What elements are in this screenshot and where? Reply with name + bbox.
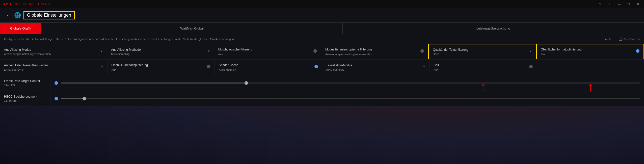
cell-tessellation-modus[interactable]: Tessellation-Modus ∨ AMD optimiert bbox=[322, 60, 430, 75]
toggle-icon bbox=[207, 65, 210, 68]
slider-toggle-icon[interactable] bbox=[55, 97, 58, 100]
settings-area: Anti-Aliasing-Modus ∨ Anwendungseinstell… bbox=[0, 44, 644, 106]
cell-empty: ↑ bbox=[537, 60, 644, 75]
page-title: Globale Einstellungen bbox=[23, 11, 75, 19]
dropdown-arrow-icon: ∨ bbox=[101, 65, 103, 68]
slider-control-hbcc[interactable] bbox=[50, 97, 644, 100]
info-text: Konfigurieren Sie die Grafikeinstellunge… bbox=[4, 38, 236, 41]
toggle-icon bbox=[529, 65, 533, 68]
cell-anti-aliasing-modus[interactable]: Anti-Aliasing-Modus ∨ Anwendungseinstell… bbox=[0, 44, 107, 59]
tab-leistungsueberwachung[interactable]: Leistungsüberwachung bbox=[343, 23, 644, 34]
close-button[interactable]: ✕ bbox=[635, 2, 641, 7]
title-bar: AMD RADEON-EINSTELLUNGEN ? ☆ ─ □ ✕ bbox=[0, 0, 644, 8]
tab-wattman-global[interactable]: WattMan Global bbox=[41, 23, 343, 34]
title-bar-left: AMD RADEON-EINSTELLUNGEN bbox=[3, 2, 50, 6]
back-button[interactable]: ‹ bbox=[4, 12, 11, 19]
slider-label-hbcc: HBCC-Speichersegment 11786 MB bbox=[0, 92, 50, 105]
info-bar: Konfigurieren Sie die Grafikeinstellunge… bbox=[0, 34, 644, 44]
cell-qualitaet-texturfilterung[interactable]: Qualität der Texturfilterung ∨ Hoch bbox=[428, 44, 536, 59]
cell-vertikaler-neuaufbau[interactable]: Auf vertikalen Neuaufbau warten ∨ Enhanc… bbox=[0, 60, 108, 75]
reset-checkbox-icon bbox=[619, 38, 622, 41]
slider-fill bbox=[61, 98, 84, 99]
dropdown-arrow-icon: ∨ bbox=[529, 49, 532, 52]
minimize-button[interactable]: ─ bbox=[617, 2, 622, 7]
slider-toggle-icon[interactable] bbox=[55, 81, 58, 85]
info-bar-right: mehr... Zurücksetzen bbox=[605, 38, 640, 41]
help-button[interactable]: ? bbox=[598, 2, 603, 7]
dropdown-arrow-icon: ∨ bbox=[208, 49, 210, 52]
slider-track-frame-rate[interactable] bbox=[61, 83, 640, 84]
amd-logo: AMD bbox=[3, 2, 11, 6]
slider-track-hbcc[interactable] bbox=[61, 98, 640, 99]
slider-thumb[interactable] bbox=[83, 97, 86, 100]
dropdown-arrow-icon: ∨ bbox=[100, 49, 103, 52]
toggle-icon bbox=[420, 49, 424, 53]
slider-label-frame-rate: Frame Rate Target Control 144 FPS bbox=[0, 77, 50, 89]
cell-shader-cache[interactable]: Shader-Cache AMD optimiert bbox=[215, 60, 322, 75]
page-header: ‹ 🌐 Globale Einstellungen bbox=[0, 8, 644, 23]
slider-row-frame-rate: Frame Rate Target Control 144 FPS bbox=[0, 75, 644, 91]
settings-row-1: Anti-Aliasing-Modus ∨ Anwendungseinstell… bbox=[0, 44, 644, 60]
toggle-icon bbox=[313, 49, 317, 53]
tab-globale-grafik[interactable]: Globale Grafik bbox=[0, 23, 41, 34]
slider-row-hbcc: HBCC-Speichersegment 11786 MB bbox=[0, 91, 644, 106]
title-bar-controls: ? ☆ ─ □ ✕ bbox=[598, 2, 641, 7]
dropdown-arrow-icon: ∨ bbox=[423, 65, 425, 68]
cell-chill[interactable]: Chill Aus ↑ bbox=[430, 60, 537, 75]
maximize-button[interactable]: □ bbox=[626, 2, 631, 7]
slider-fill bbox=[61, 83, 246, 84]
slider-control-frame-rate[interactable] bbox=[50, 81, 644, 85]
cell-modus-anisotropisch[interactable]: Modus für anisotropische Filterung Anwen… bbox=[321, 44, 428, 59]
cell-morphologische-filterung[interactable]: Morphologische Filterung Aus bbox=[214, 44, 321, 59]
toggle-on-icon bbox=[636, 49, 639, 53]
more-link[interactable]: mehr... bbox=[605, 38, 614, 41]
settings-row-2: Auf vertikalen Neuaufbau warten ∨ Enhanc… bbox=[0, 60, 644, 75]
cell-anti-aliasing-methode[interactable]: Anti-Aliasing-Methode ∨ Multi-Sampling bbox=[107, 44, 214, 59]
toggle-on-icon bbox=[314, 65, 318, 68]
title-bar-subtitle: RADEON-EINSTELLUNGEN bbox=[14, 3, 50, 6]
slider-thumb[interactable] bbox=[245, 81, 248, 85]
globe-icon: 🌐 bbox=[14, 12, 21, 19]
tab-bar: Globale Grafik WattMan Global Leistungsü… bbox=[0, 23, 644, 34]
star-button[interactable]: ☆ bbox=[607, 2, 613, 7]
main-content: Anti-Aliasing-Modus ∨ Anwendungseinstell… bbox=[0, 44, 644, 106]
cell-opengl-dreifach[interactable]: OpenGL-Dreifachpufferung Aus bbox=[108, 60, 215, 75]
cell-oberflaechenformat[interactable]: Oberflächenformatoptimierung Ein bbox=[536, 44, 644, 59]
reset-button[interactable]: Zurücksetzen bbox=[619, 38, 640, 41]
